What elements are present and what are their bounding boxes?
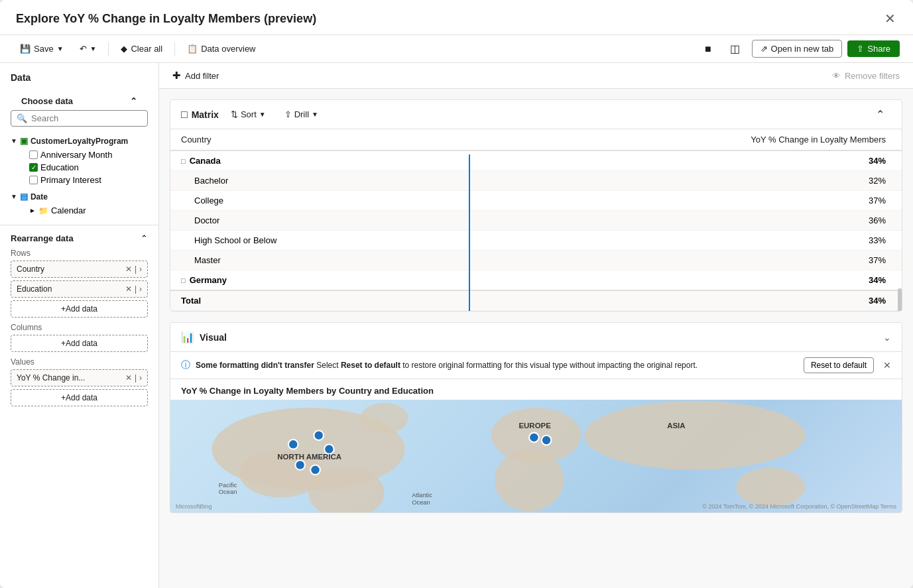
- collapse-visual-button[interactable]: ⌄: [883, 332, 891, 343]
- tree-item-calendar[interactable]: ► 📁 Calendar: [29, 204, 148, 217]
- remove-filters-button[interactable]: 👁 Remove filters: [832, 71, 900, 81]
- visual-header: 📊 Visual ⌄: [170, 323, 902, 352]
- search-box[interactable]: 🔍: [11, 110, 148, 127]
- clear-label: Clear all: [131, 44, 162, 54]
- pill-divider: |: [135, 265, 137, 274]
- right-content: ✚ Add filter 👁 Remove filters □: [159, 63, 913, 588]
- values-add-data-button[interactable]: +Add data: [11, 389, 148, 406]
- columns-add-data-label: +Add data: [61, 339, 97, 348]
- columns-add-data-button[interactable]: +Add data: [11, 335, 148, 352]
- collapse-matrix-button[interactable]: ⌃: [869, 105, 891, 123]
- rows-add-data-button[interactable]: +Add data: [11, 300, 148, 318]
- data-overview-button[interactable]: 📋 Data overview: [180, 40, 262, 57]
- search-input[interactable]: [31, 113, 142, 123]
- matrix-row: College37%: [170, 191, 902, 211]
- rows-pill-country-label: Country: [17, 265, 44, 274]
- open-tab-label: Open in new tab: [771, 44, 834, 54]
- rows-pill-education-arrow-icon[interactable]: ›: [139, 284, 142, 294]
- tree-item-primary-interest[interactable]: Primary Interest: [29, 174, 148, 186]
- matrix-cell-value: 34%: [469, 150, 902, 171]
- sort-icon: ⇅: [231, 109, 238, 119]
- undo-button[interactable]: ↶ ▼: [73, 40, 103, 57]
- tree-item-anniversary-month[interactable]: Anniversary Month: [29, 148, 148, 161]
- warning-rest: Select Reset to default to restore origi…: [316, 361, 698, 370]
- matrix-cell-name: High School or Below: [170, 231, 469, 251]
- matrix-cell-value: 34%: [469, 290, 902, 311]
- svg-point-2: [360, 403, 408, 434]
- tree-item-education[interactable]: ✓ Education: [29, 161, 148, 174]
- drill-label: Drill: [294, 109, 309, 119]
- db-icon: ▣: [20, 136, 28, 146]
- tree-label-date: Date: [30, 192, 48, 202]
- undo-icon: ↶: [80, 44, 87, 54]
- scroll-thumb[interactable]: [898, 288, 902, 311]
- matrix-card: □ Matrix ⇅ Sort ▼ ⇧ Drill ▼: [170, 99, 902, 312]
- checkbox-education[interactable]: ✓: [29, 163, 38, 172]
- values-pill-yoy-label: YoY % Change in...: [17, 373, 85, 382]
- rows-pill-country-close-icon[interactable]: ✕: [125, 265, 132, 274]
- modal-container: Explore YoY % Change in Loyalty Members …: [0, 0, 913, 588]
- save-label: Save: [34, 44, 54, 54]
- map-footer: © 2024 TomTom, © 2024 Microsoft Corporat…: [702, 503, 896, 510]
- matrix-cell-name: □Canada: [170, 150, 469, 171]
- checkbox-primary-interest[interactable]: [29, 176, 38, 184]
- clear-button[interactable]: ◆ Clear all: [114, 40, 169, 57]
- add-filter-button[interactable]: ✚ Add filter: [172, 70, 219, 82]
- save-icon: 💾: [20, 44, 30, 54]
- matrix-toolbar: □ Matrix ⇅ Sort ▼ ⇧ Drill ▼: [170, 100, 902, 129]
- data-overview-icon: 📋: [187, 44, 198, 54]
- svg-point-7: [736, 468, 805, 506]
- expand-icon-date: ▼: [11, 193, 17, 200]
- tree-label-customer-loyalty: CustomerLoyaltyProgram: [30, 137, 128, 146]
- close-button[interactable]: ✕: [881, 9, 900, 28]
- split-view-button[interactable]: ◫: [723, 39, 747, 58]
- warning-text: Some formatting didn't transfer Select R…: [196, 361, 698, 370]
- map-svg: NORTH AMERICA EUROPE ASIA Atlantic Ocean…: [170, 400, 902, 512]
- svg-text:EUROPE: EUROPE: [518, 422, 551, 430]
- matrix-cell-value: 33%: [469, 231, 902, 251]
- matrix-row: □Germany34%: [170, 270, 902, 291]
- svg-text:ASIA: ASIA: [667, 422, 685, 430]
- info-icon: ⓘ: [181, 359, 190, 371]
- rearrange-header: Rearrange data ⌃: [11, 233, 148, 243]
- toolbar: 💾 Save ▼ ↶ ▼ ◆ Clear all 📋 Data overview…: [0, 35, 913, 63]
- rearrange-title: Rearrange data: [11, 233, 74, 243]
- data-section-title: Data: [0, 63, 158, 83]
- drill-button[interactable]: ⇧ Drill ▼: [278, 107, 325, 122]
- svg-point-14: [542, 436, 552, 445]
- warning-bold: Some formatting didn't transfer: [196, 361, 314, 370]
- values-add-data-label: +Add data: [61, 393, 97, 402]
- modal-title: Explore YoY % Change in Loyalty Members …: [16, 12, 316, 26]
- rows-pill-education-close-icon[interactable]: ✕: [125, 284, 132, 294]
- scroll-track[interactable]: [898, 288, 902, 311]
- reset-to-default-button[interactable]: Reset to default: [804, 357, 874, 373]
- data-tree: ▼ ▣ CustomerLoyaltyProgram Anniversary M…: [11, 133, 148, 217]
- title-bar: Explore YoY % Change in Loyalty Members …: [0, 0, 913, 35]
- svg-text:Pacific: Pacific: [219, 482, 237, 489]
- checkbox-anniversary-month[interactable]: [29, 150, 38, 159]
- rows-pill-country-arrow-icon[interactable]: ›: [139, 265, 142, 274]
- table-icon: ▤: [20, 192, 28, 202]
- matrix-cell-value: 32%: [469, 171, 902, 191]
- left-panel: Data Choose data ⌃ 🔍 ▼ ▣ CustomerLoyalty…: [0, 63, 159, 588]
- save-button[interactable]: 💾 Save ▼: [13, 40, 70, 57]
- matrix-cell-value: 37%: [469, 251, 902, 270]
- open-tab-icon: ⇗: [761, 44, 768, 54]
- matrix-cell-value: 34%: [469, 270, 902, 291]
- svg-point-5: [584, 401, 805, 470]
- matrix-row: Doctor36%: [170, 211, 902, 231]
- tree-item-customer-loyalty[interactable]: ▼ ▣ CustomerLoyaltyProgram: [11, 133, 148, 148]
- values-pill-yoy-actions: ✕ | ›: [125, 373, 142, 382]
- rows-pill-country: Country ✕ | ›: [11, 261, 148, 278]
- share-button[interactable]: ⇧ Share: [847, 40, 900, 57]
- values-pill-yoy-arrow-icon[interactable]: ›: [139, 373, 142, 382]
- warning-close-button[interactable]: ✕: [883, 360, 891, 371]
- values-pill-yoy-close-icon[interactable]: ✕: [125, 373, 132, 382]
- tree-label-anniversary-month: Anniversary Month: [40, 150, 112, 160]
- matrix-row: □Canada34%: [170, 150, 902, 171]
- open-in-new-tab-button[interactable]: ⇗ Open in new tab: [752, 40, 843, 58]
- sort-button[interactable]: ⇅ Sort ▼: [224, 107, 273, 122]
- tree-item-date[interactable]: ▼ ▤ Date: [11, 189, 148, 204]
- rearrange-chevron-icon: ⌃: [141, 233, 148, 243]
- grid-view-button[interactable]: ■: [698, 40, 718, 58]
